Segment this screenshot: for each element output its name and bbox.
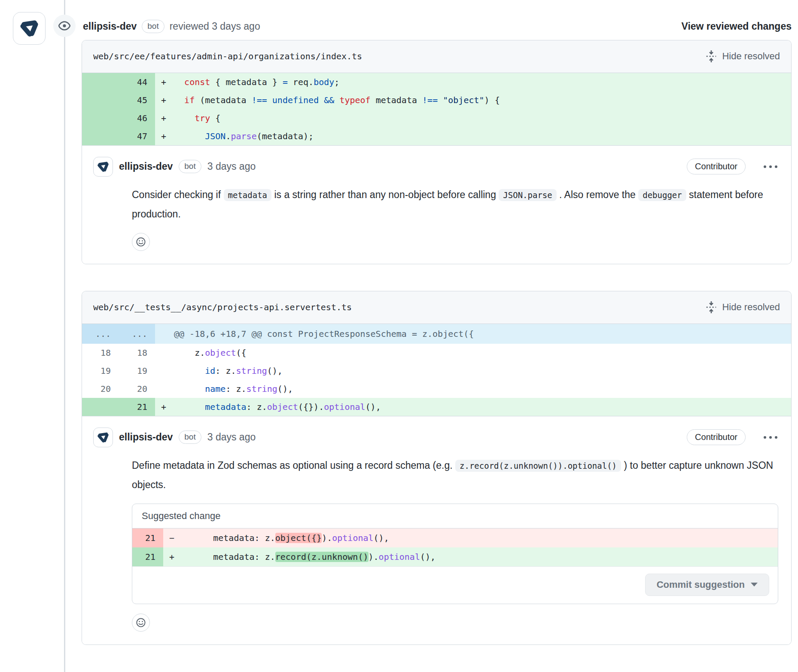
code-line: @@ -18,6 +18,7 @@ const ProjectResponseS… [174,324,791,344]
comment-body: Define metadata in Zod schemas as option… [132,456,778,494]
diff-sign: + [155,109,174,127]
reviewer-name[interactable]: ellipsis-dev [83,21,137,32]
diff-row[interactable]: 21− metadata: z.object({}).optional(), [132,528,778,547]
comment-author[interactable]: ellipsis-dev [119,161,173,172]
ellipsis-logo-icon [18,17,40,40]
reviewer-avatar[interactable] [13,12,46,45]
code-line: metadata: z.object({}).optional(), [174,398,791,416]
review-comment: ellipsis-dev bot 3 days ago Contributor … [82,416,791,645]
diff-sign: + [155,73,174,91]
new-line-number[interactable]: 21 [119,398,155,416]
diff-row[interactable]: 46+ try { [82,109,791,127]
diff-row[interactable]: 47+ JSON.parse(metadata); [82,127,791,145]
review-thread-card: web/src/ee/features/admin-api/organizati… [82,40,792,264]
code-line: id: z.string(), [174,362,791,380]
diff-sign: − [163,528,182,547]
bot-badge: bot [142,20,164,33]
diff-row[interactable]: 1919 id: z.string(), [82,362,791,380]
review-event-marker [53,15,76,37]
review-header: ellipsis-dev bot reviewed 3 days ago Vie… [83,0,792,33]
old-line-number[interactable] [82,109,119,127]
new-line-number[interactable]: 20 [119,380,155,398]
new-line-number[interactable]: 19 [119,362,155,380]
comment-timestamp[interactable]: 3 days ago [207,161,256,172]
line-number[interactable]: 21 [132,528,163,547]
comment-author[interactable]: ellipsis-dev [119,431,173,443]
diff-sign: + [155,398,174,416]
comment-options-kebab-icon[interactable] [763,434,778,441]
comment-header: ellipsis-dev bot 3 days ago Contributor [93,428,778,447]
diff-sign: + [155,91,174,109]
comment-options-kebab-icon[interactable] [763,163,778,171]
hide-resolved-button[interactable]: Hide resolved [705,50,780,63]
suggestion-diff: 21− metadata: z.object({}).optional(),21… [132,528,778,566]
commit-suggestion-label: Commit suggestion [657,579,745,590]
diff-sign [155,380,174,398]
diff-sign [155,324,174,344]
comment-text: Consider checking if [132,189,224,200]
comment-text: Define metadata in Zod schemas as option… [132,460,455,471]
diff-row[interactable]: 21+ metadata: z.record(z.unknown()).opti… [132,547,778,566]
timeline-rail [64,0,65,672]
eye-icon [58,19,71,32]
diff-table: ......@@ -18,6 +18,7 @@ const ProjectRes… [82,324,791,416]
new-line-number[interactable]: 18 [119,344,155,362]
code-line: const { metadata } = req.body; [174,73,791,91]
old-line-number[interactable]: 20 [82,380,119,398]
file-header: web/src/ee/features/admin-api/organizati… [82,40,791,73]
diff-row[interactable]: 45+ if (metadata !== undefined && typeof… [82,91,791,109]
diff-sign: + [163,547,182,566]
file-path-link[interactable]: web/src/ee/features/admin-api/organizati… [93,51,362,61]
code-line: z.object({ [174,344,791,362]
bot-badge: bot [179,160,201,173]
file-path-link[interactable]: web/src/__tests__/async/projects-api.ser… [93,302,352,312]
diff-sign: + [155,127,174,145]
diff-sign [155,344,174,362]
smiley-icon [136,617,146,628]
diff-row[interactable]: 21+ metadata: z.object({}).optional(), [82,398,791,416]
view-reviewed-changes-link[interactable]: View reviewed changes [681,21,792,32]
code-line: JSON.parse(metadata); [174,127,791,145]
diff-row[interactable]: ......@@ -18,6 +18,7 @@ const ProjectRes… [82,324,791,344]
suggested-change-label: Suggested change [132,504,778,528]
old-line-number[interactable] [82,398,119,416]
ellipsis-logo-icon [96,160,110,174]
comment-avatar[interactable] [93,428,113,447]
diff-row[interactable]: 2020 name: z.string(), [82,380,791,398]
add-reaction-button[interactable] [132,614,150,632]
line-number[interactable]: 21 [132,547,163,566]
new-line-number[interactable]: ... [119,324,155,344]
new-line-number[interactable]: 47 [119,127,155,145]
comment-timestamp[interactable]: 3 days ago [207,431,256,443]
ellipsis-logo-icon [96,431,110,444]
fold-icon [705,50,718,63]
new-line-number[interactable]: 44 [119,73,155,91]
old-line-number[interactable] [82,91,119,109]
comment-avatar[interactable] [93,157,113,177]
diff-sign [155,362,174,380]
diff-row[interactable]: 1818 z.object({ [82,344,791,362]
inline-code: z.record(z.unknown()).optional() [455,460,621,472]
new-line-number[interactable]: 45 [119,91,155,109]
bot-badge: bot [179,431,201,444]
old-line-number[interactable]: ... [82,324,119,344]
fold-icon [705,301,718,314]
chevron-down-icon [751,583,758,586]
diff-row[interactable]: 44+ const { metadata } = req.body; [82,73,791,91]
inline-code: JSON.parse [499,189,556,201]
hide-resolved-button[interactable]: Hide resolved [705,301,780,314]
code-line: try { [174,109,791,127]
old-line-number[interactable] [82,73,119,91]
review-action-text: reviewed 3 days ago [170,21,260,32]
comment-text: . Also remove the [557,189,638,200]
inline-code: metadata [224,189,272,201]
old-line-number[interactable]: 18 [82,344,119,362]
commit-suggestion-button[interactable]: Commit suggestion [645,574,769,596]
diff-table: 44+ const { metadata } = req.body;45+ if… [82,73,791,146]
new-line-number[interactable]: 46 [119,109,155,127]
old-line-number[interactable] [82,127,119,145]
add-reaction-button[interactable] [132,233,150,251]
comment-header: ellipsis-dev bot 3 days ago Contributor [93,157,778,177]
old-line-number[interactable]: 19 [82,362,119,380]
contributor-badge: Contributor [687,429,746,445]
